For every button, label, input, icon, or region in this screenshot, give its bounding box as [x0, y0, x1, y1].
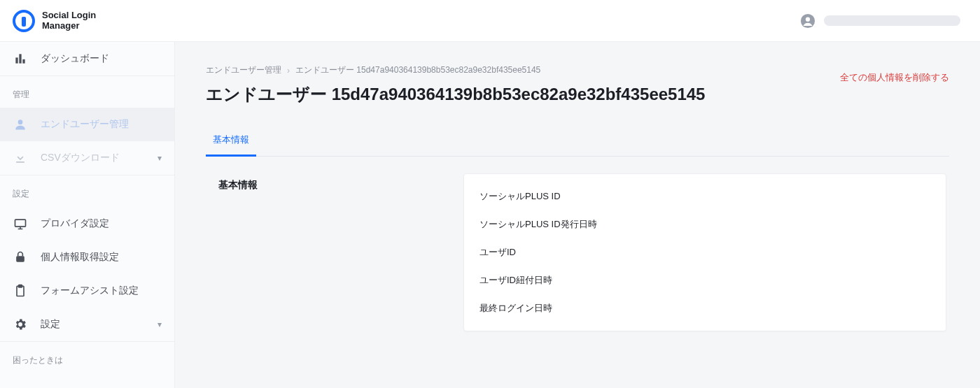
svg-rect-4 — [22, 59, 24, 64]
monitor-icon — [13, 216, 28, 231]
breadcrumb-separator: › — [287, 66, 290, 76]
breadcrumb-current: エンドユーザー 15d47a940364139b8b53ec82a9e32bf4… — [295, 64, 540, 76]
brand[interactable]: Social LoginManager — [13, 10, 96, 32]
gear-icon — [13, 317, 28, 332]
svg-rect-2 — [15, 57, 18, 63]
sidebar-item-end-user[interactable]: エンドユーザー管理 — [0, 108, 174, 141]
sidebar: ダッシュボード 管理 エンドユーザー管理 CSVダウンロード ▾ 設定 — [0, 42, 175, 388]
info-row: 最終ログイン日時 — [479, 294, 930, 322]
sidebar-item-label: プロバイダ設定 — [41, 217, 162, 230]
sidebar-item-dashboard[interactable]: ダッシュボード — [0, 42, 174, 76]
info-row: ソーシャルPLUS ID発行日時 — [479, 210, 930, 238]
chevron-down-icon: ▾ — [158, 153, 162, 163]
bar-chart-icon — [13, 51, 28, 66]
sidebar-item-label: ダッシュボード — [41, 52, 162, 65]
app-header: Social LoginManager — [0, 0, 980, 42]
basic-info-card: ソーシャルPLUS ID ソーシャルPLUS ID発行日時 ユーザID ユーザI… — [463, 173, 946, 331]
svg-rect-7 — [16, 256, 24, 261]
page-title: エンドユーザー 15d47a940364139b8b53ec82a9e32bf4… — [206, 83, 949, 106]
avatar-icon — [800, 13, 816, 29]
sidebar-item-label: 設定 — [41, 318, 145, 331]
section-title-basic-info: 基本情報 — [218, 179, 444, 192]
sidebar-item-label: エンドユーザー管理 — [41, 118, 162, 131]
sidebar-item-label: フォームアシスト設定 — [41, 285, 162, 297]
header-account[interactable] — [800, 13, 960, 29]
sidebar-item-csv-download[interactable]: CSVダウンロード ▾ — [0, 141, 174, 175]
sidebar-item-provider-settings[interactable]: プロバイダ設定 — [0, 207, 174, 240]
tabs: 基本情報 — [206, 125, 949, 157]
sidebar-item-personal-info-settings[interactable]: 個人情報取得設定 — [0, 240, 174, 274]
info-label: ソーシャルPLUS ID発行日時 — [479, 218, 634, 231]
svg-rect-6 — [15, 220, 26, 227]
brand-text: Social LoginManager — [42, 10, 96, 31]
clipboard-icon — [13, 283, 28, 299]
info-row: ユーザID紐付日時 — [479, 266, 930, 294]
svg-point-1 — [806, 17, 810, 21]
breadcrumb-parent[interactable]: エンドユーザー管理 — [206, 64, 281, 76]
chevron-down-icon: ▾ — [158, 319, 162, 329]
tab-basic-info[interactable]: 基本情報 — [206, 125, 256, 157]
lock-icon — [13, 250, 28, 265]
sidebar-item-form-assist-settings[interactable]: フォームアシスト設定 — [0, 274, 174, 308]
svg-rect-3 — [19, 54, 21, 63]
svg-rect-9 — [19, 285, 22, 287]
info-row: ユーザID — [479, 238, 930, 266]
sidebar-section-manage: 管理 — [0, 76, 174, 108]
breadcrumb: エンドユーザー管理 › エンドユーザー 15d47a940364139b8b53… — [206, 64, 949, 76]
sidebar-item-label: 個人情報取得設定 — [41, 251, 162, 264]
sidebar-item-settings[interactable]: 設定 ▾ — [0, 308, 174, 341]
info-row: ソーシャルPLUS ID — [479, 182, 930, 210]
main-content: エンドユーザー管理 › エンドユーザー 15d47a940364139b8b53… — [175, 42, 980, 388]
person-icon — [13, 117, 28, 132]
account-name-placeholder — [824, 15, 960, 26]
info-label: ユーザID — [479, 246, 634, 259]
brand-logo-icon — [13, 10, 35, 32]
sidebar-section-help: 困ったときは — [0, 341, 174, 373]
info-label: 最終ログイン日時 — [479, 302, 634, 315]
info-label: ユーザID紐付日時 — [479, 274, 634, 287]
info-label: ソーシャルPLUS ID — [479, 190, 634, 203]
sidebar-section-settings: 設定 — [0, 175, 174, 207]
download-icon — [13, 150, 28, 166]
svg-point-5 — [18, 120, 23, 124]
sidebar-item-label: CSVダウンロード — [41, 152, 145, 164]
delete-all-personal-info-link[interactable]: 全ての個人情報を削除する — [840, 71, 949, 84]
